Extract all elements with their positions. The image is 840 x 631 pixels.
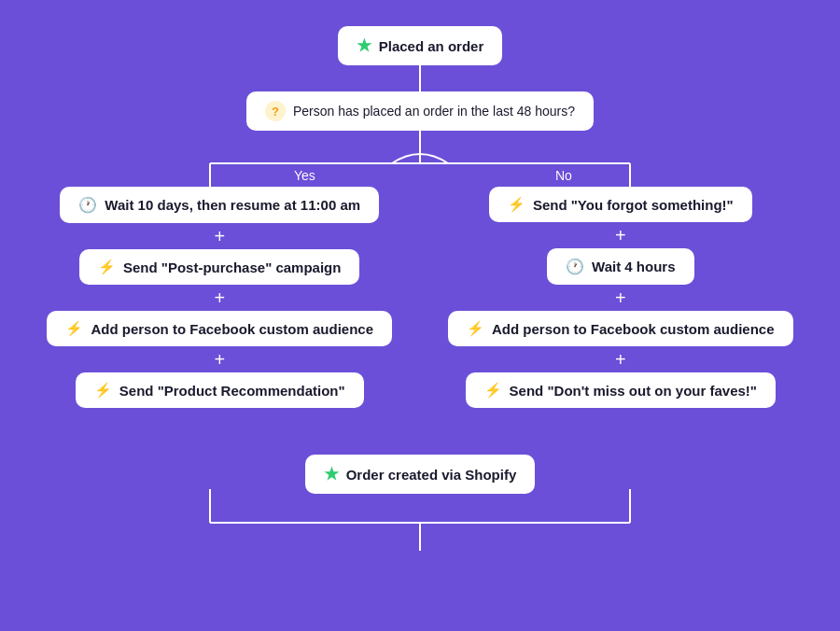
plus-3-left: + bbox=[214, 346, 225, 372]
plus-2-left: + bbox=[214, 285, 225, 311]
left-step2-node: ⚡ Send "Post-purchase" campaign bbox=[79, 249, 359, 285]
right-step3-label: Add person to Facebook custom audience bbox=[492, 321, 775, 337]
left-step1-label: Wait 10 days, then resume at 11:00 am bbox=[105, 197, 360, 213]
right-step2-label: Wait 4 hours bbox=[592, 259, 675, 274]
branches: 🕐 Wait 10 days, then resume at 11:00 am … bbox=[0, 187, 840, 408]
condition-node: ? Person has placed an order in the last… bbox=[246, 91, 594, 131]
star-icon-end: ★ bbox=[324, 464, 339, 484]
left-step1-node: 🕐 Wait 10 days, then resume at 11:00 am bbox=[60, 187, 379, 223]
left-step2-label: Send "Post-purchase" campaign bbox=[123, 259, 341, 275]
right-step3-node: ⚡ Add person to Facebook custom audience bbox=[448, 311, 793, 346]
plus-3-right: + bbox=[615, 346, 626, 372]
trigger-node: ★ Placed an order bbox=[338, 26, 503, 65]
clock-icon-left1: 🕐 bbox=[78, 196, 97, 214]
lightning-icon-right1: ⚡ bbox=[508, 196, 525, 213]
question-icon: ? bbox=[265, 101, 286, 121]
lightning-icon-right3: ⚡ bbox=[467, 320, 484, 337]
svg-text:No: No bbox=[555, 168, 572, 183]
right-branch: ⚡ Send "You forgot something!" + 🕐 Wait … bbox=[448, 187, 793, 408]
right-step2-node: 🕐 Wait 4 hours bbox=[547, 248, 693, 285]
flowchart: Yes No ★ Placed an order ? Person has pl… bbox=[0, 0, 840, 631]
right-step1-label: Send "You forgot something!" bbox=[533, 197, 734, 213]
plus-1-right: + bbox=[615, 222, 626, 248]
condition-label: Person has placed an order in the last 4… bbox=[293, 104, 575, 119]
right-step4-node: ⚡ Send "Don't miss out on your faves!" bbox=[466, 372, 776, 408]
plus-2-right: + bbox=[615, 285, 626, 311]
left-step4-node: ⚡ Send "Product Recommendation" bbox=[76, 372, 364, 408]
lightning-icon-left4: ⚡ bbox=[94, 382, 112, 399]
lightning-icon-right4: ⚡ bbox=[484, 382, 502, 399]
lightning-icon-left2: ⚡ bbox=[98, 259, 116, 275]
right-step4-label: Send "Don't miss out on your faves!" bbox=[510, 383, 757, 399]
connector-v1 bbox=[419, 65, 421, 91]
svg-text:Yes: Yes bbox=[294, 168, 315, 183]
lightning-icon-left3: ⚡ bbox=[65, 320, 83, 337]
star-icon: ★ bbox=[357, 35, 371, 56]
left-step3-label: Add person to Facebook custom audience bbox=[91, 321, 373, 337]
clock-icon-right2: 🕐 bbox=[566, 258, 584, 275]
end-label: Order created via Shopify bbox=[346, 467, 517, 483]
trigger-label: Placed an order bbox=[379, 38, 484, 54]
left-step4-label: Send "Product Recommendation" bbox=[119, 383, 345, 399]
left-step3-node: ⚡ Add person to Facebook custom audience bbox=[47, 311, 392, 346]
end-node: ★ Order created via Shopify bbox=[305, 455, 536, 494]
right-step1-node: ⚡ Send "You forgot something!" bbox=[489, 187, 752, 222]
plus-1-left: + bbox=[214, 223, 225, 249]
left-branch: 🕐 Wait 10 days, then resume at 11:00 am … bbox=[47, 187, 392, 408]
